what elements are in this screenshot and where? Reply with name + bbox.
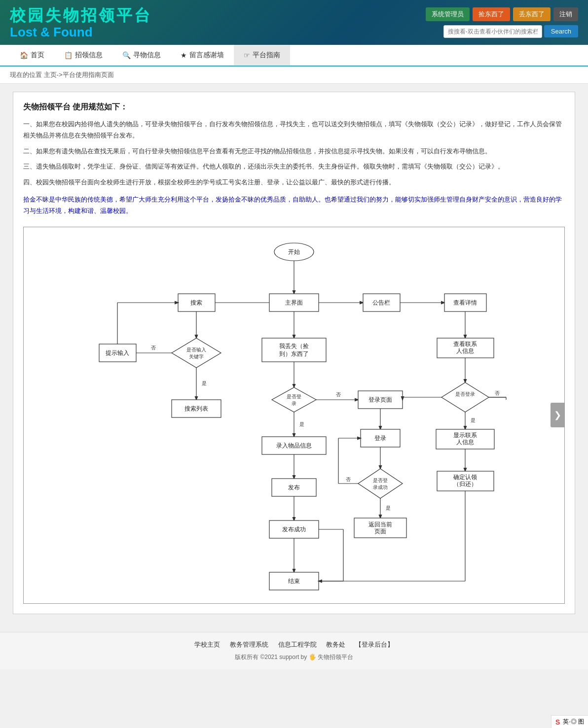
rule-4: 四、校园失物招领平台面向全校师生进行开放，根据全校师生的学号或工号实名注册、登录… [23,176,565,188]
svg-text:我丢失（捡: 我丢失（捡 [279,343,309,349]
svg-text:主界面: 主界面 [285,299,303,306]
logo-title-zh: 校园失物招领平台 [10,5,152,27]
footer: 学校主页 教务管理系统 信息工程学院 教务处 【登录后台】 版权所有 ©2021… [0,632,588,669]
nav-home-label: 首页 [31,51,44,60]
svg-marker-74 [441,382,489,412]
rule-2: 二、如果您有遗失物品在查找无果后，可自行登录失物招领信息平台查看有无您正寻找的物… [23,145,565,157]
header-right: 系统管理员 捡东西了 丢东西了 注销 Search [426,7,578,38]
svg-text:是: 是 [299,421,304,427]
star-icon: ★ [181,51,187,59]
svg-text:否: 否 [495,390,500,396]
footer-admin-link[interactable]: 【登录后台】 [355,641,394,648]
svg-text:否: 否 [336,392,341,397]
nav-found-label: 招领信息 [75,51,103,60]
lost-button[interactable]: 捡东西了 [473,7,510,21]
svg-text:录: 录 [292,401,296,406]
svg-text:否: 否 [346,477,351,482]
svg-text:页面: 页面 [374,528,386,535]
nav-lost-info[interactable]: 🔍寻物信息 [112,45,171,67]
breadcrumb-text: 现在的位置 主页->平台使用指南页面 [10,71,114,78]
svg-text:是否登: 是否登 [373,478,388,483]
svg-text:发布: 发布 [288,484,300,491]
nav-home[interactable]: 🏠首页 [10,45,54,67]
svg-text:关键字: 关键字 [189,354,204,359]
search-button[interactable]: Search [544,25,578,37]
svg-text:（归还）: （归还） [453,481,477,487]
search-nav-icon: 🔍 [122,51,131,59]
svg-text:是否登录: 是否登录 [455,391,475,397]
footer-academic-link[interactable]: 教务管理系统 [230,641,268,648]
svg-text:是: 是 [202,381,207,386]
found-button[interactable]: 丢东西了 [513,7,551,21]
logo: 校园失物招领平台 Lost & Found [10,5,152,40]
svg-text:否: 否 [151,345,156,350]
nav-guide[interactable]: ☞平台指南 [234,45,290,67]
svg-text:结束: 结束 [288,578,300,585]
navigation: 🏠首页 📋招领信息 🔍寻物信息 ★留言感谢墙 ☞平台指南 [0,45,588,67]
svg-text:显示联系: 显示联系 [453,432,477,439]
svg-text:搜索列表: 搜索列表 [184,405,208,412]
rule-3: 三、遗失物品领取时，凭学生证、身份证、借阅证等有效证件。代他人领取的，还须出示失… [23,161,565,172]
header-buttons: 系统管理员 捡东西了 丢东西了 注销 [426,7,578,21]
flowchart-container: .fc-text { font-family: "Microsoft YaHei… [23,227,565,604]
svg-text:人信息: 人信息 [456,439,474,446]
promo-text: 拾金不昧是中华民族的传统美德，希望广大师生充分利用这个平台，发扬拾金不昧的优秀品… [23,194,565,217]
breadcrumb: 现在的位置 主页->平台使用指南页面 [0,67,588,84]
svg-text:是: 是 [386,505,391,511]
svg-text:确定认领: 确定认领 [453,474,477,481]
svg-text:开始: 开始 [288,248,300,255]
svg-text:查看详情: 查看详情 [453,299,477,306]
nav-guide-label: 平台指南 [253,51,280,60]
svg-text:登录页面: 登录页面 [368,396,392,403]
nav-messages-label: 留言感谢墙 [189,51,224,60]
header: 校园失物招领平台 Lost & Found 系统管理员 捡东西了 丢东西了 注销… [0,0,588,45]
svg-text:登录: 登录 [374,435,386,442]
admin-button[interactable]: 系统管理员 [426,7,470,21]
main-content: 失物招领平台 使用规范如下： 一、如果您在校园内拾得他人遗失的物品，可登录失物招… [0,84,588,622]
logo-title-en: Lost & Found [10,25,152,40]
svg-text:搜索: 搜索 [190,299,202,306]
next-chevron-button[interactable]: ❯ [551,403,564,427]
svg-text:提示输入: 提示输入 [106,349,129,356]
nav-messages[interactable]: ★留言感谢墙 [171,45,234,67]
svg-text:是否登: 是否登 [287,394,301,399]
content-box: 失物招领平台 使用规范如下： 一、如果您在校园内拾得他人遗失的物品，可登录失物招… [13,92,575,614]
svg-text:录成功: 录成功 [373,485,388,490]
list-icon: 📋 [64,51,73,59]
svg-text:是否输入: 是否输入 [186,347,206,352]
logout-button[interactable]: 注销 [553,7,578,21]
section-title: 失物招领平台 使用规范如下： [23,102,565,112]
svg-text:发布成功: 发布成功 [282,526,306,533]
nav-found-info[interactable]: 📋招领信息 [54,45,112,67]
rule-1: 一、如果您在校园内拾得他人遗失的物品，可登录失物招领平台，自行发布失物招领信息，… [23,118,565,141]
svg-text:人信息: 人信息 [456,347,474,354]
svg-marker-33 [272,387,316,412]
svg-text:公告栏: 公告栏 [372,299,390,306]
svg-text:录入物品信息: 录入物品信息 [276,442,312,449]
svg-rect-29 [262,338,326,362]
footer-copyright: 版权所有 ©2021 support by 🖐 失物招领平台 [0,653,588,661]
svg-text:返回当前: 返回当前 [368,521,392,528]
svg-marker-57 [358,469,403,498]
footer-info-link[interactable]: 信息工程学院 [278,641,317,648]
svg-text:是: 是 [471,417,476,423]
svg-text:到）东西了: 到）东西了 [279,350,309,357]
svg-marker-15 [172,338,221,368]
footer-office-link[interactable]: 教务处 [326,641,345,648]
footer-school-link[interactable]: 学校主页 [194,641,220,648]
footer-links: 学校主页 教务管理系统 信息工程学院 教务处 【登录后台】 [0,640,588,649]
search-bar: Search [443,25,578,38]
nav-lost-label: 寻物信息 [133,51,161,60]
home-icon: 🏠 [20,51,28,59]
svg-text:查看联系: 查看联系 [453,341,477,347]
search-input[interactable] [443,25,542,38]
flowchart: .fc-text { font-family: "Microsoft YaHei… [34,237,554,592]
guide-icon: ☞ [244,51,250,59]
